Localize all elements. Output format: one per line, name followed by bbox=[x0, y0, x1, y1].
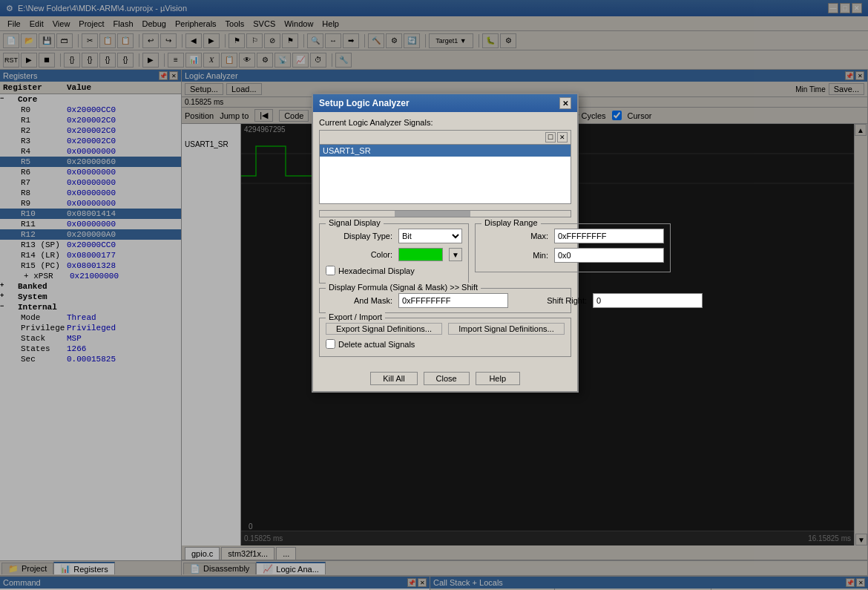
color-row: Color: ▼ bbox=[326, 248, 462, 261]
delete-signals-cb[interactable] bbox=[326, 339, 335, 349]
signal-display-group: Signal Display Display Type: Bit Hex Dec… bbox=[319, 223, 469, 288]
max-row: Max: bbox=[481, 229, 664, 243]
signal-list-icon-1[interactable]: ☐ bbox=[545, 132, 556, 142]
current-signals-label: Current Logic Analyzer Signals: bbox=[319, 118, 571, 127]
formula-group: Display Formula (Signal & Mask) >> Shift… bbox=[319, 288, 571, 313]
export-import-title: Export / Import bbox=[326, 312, 385, 321]
signal-list-box: ☐ ✕ USART1_SR bbox=[319, 130, 571, 204]
color-picker-btn[interactable]: ▼ bbox=[449, 248, 462, 261]
hex-display-cb[interactable] bbox=[326, 266, 335, 275]
setup-la-dialog: Setup Logic Analyzer ✕ Current Logic Ana… bbox=[312, 93, 579, 393]
display-type-row: Display Type: Bit Hex Decimal bbox=[326, 229, 462, 243]
display-range-title: Display Range bbox=[481, 218, 541, 227]
modal-footer: Kill All Close Help bbox=[313, 367, 577, 391]
hex-display-label: Hexadecimal Display bbox=[338, 266, 415, 275]
display-type-label: Display Type: bbox=[326, 232, 392, 240]
export-import-btns: Export Signal Definitions... Import Sign… bbox=[326, 323, 565, 335]
display-range-box: Display Range Max: Min: bbox=[475, 223, 671, 272]
and-mask-row: And Mask: bbox=[326, 293, 508, 308]
modal-title-bar: Setup Logic Analyzer ✕ bbox=[313, 94, 577, 112]
signal-list-header: ☐ ✕ bbox=[320, 131, 571, 145]
max-input[interactable] bbox=[554, 229, 664, 243]
scrollbar-thumb bbox=[395, 211, 470, 217]
modal-close-btn[interactable]: ✕ bbox=[559, 97, 571, 109]
signal-list-close[interactable]: ✕ bbox=[557, 132, 568, 142]
dialog-help-btn[interactable]: Help bbox=[476, 372, 520, 385]
formula-row: And Mask: Shift Right: bbox=[326, 293, 565, 308]
hex-display-row: Hexadecimal Display bbox=[326, 266, 462, 275]
export-import-group: Export / Import Export Signal Definition… bbox=[319, 318, 571, 357]
display-range-group: Display Range Max: Min: bbox=[475, 223, 671, 288]
max-label: Max: bbox=[481, 232, 548, 240]
signal-list-scrollbar[interactable] bbox=[319, 210, 571, 217]
color-swatch[interactable] bbox=[398, 248, 443, 261]
shift-right-label: Shift Right: bbox=[520, 296, 587, 305]
modal-body: Current Logic Analyzer Signals: ☐ ✕ USAR… bbox=[313, 112, 577, 367]
delete-signals-row: Delete actual Signals bbox=[326, 339, 565, 349]
dialog-close-btn[interactable]: Close bbox=[424, 372, 470, 385]
display-type-select[interactable]: Bit Hex Decimal bbox=[398, 229, 462, 243]
kill-all-btn[interactable]: Kill All bbox=[370, 372, 417, 385]
modal-title: Setup Logic Analyzer bbox=[319, 98, 410, 108]
import-btn[interactable]: Import Signal Definitions... bbox=[448, 323, 565, 335]
signal-list-header-icons: ☐ ✕ bbox=[545, 132, 568, 142]
color-label: Color: bbox=[326, 250, 392, 259]
and-mask-input[interactable] bbox=[398, 293, 508, 308]
dialog-columns: Signal Display Display Type: Bit Hex Dec… bbox=[319, 223, 571, 288]
export-btn[interactable]: Export Signal Definitions... bbox=[326, 323, 442, 335]
formula-title: Display Formula (Signal & Mask) >> Shift bbox=[326, 283, 481, 292]
min-input[interactable] bbox=[554, 248, 664, 263]
delete-signals-label: Delete actual Signals bbox=[338, 340, 415, 349]
signal-display-title: Signal Display bbox=[326, 218, 384, 227]
modal-overlay: Setup Logic Analyzer ✕ Current Logic Ana… bbox=[0, 0, 868, 590]
and-mask-label: And Mask: bbox=[326, 296, 392, 305]
min-label: Min: bbox=[481, 251, 548, 260]
signal-list-item-usart1[interactable]: USART1_SR bbox=[320, 145, 571, 157]
min-row: Min: bbox=[481, 248, 664, 263]
signal-display-box: Signal Display Display Type: Bit Hex Dec… bbox=[319, 223, 469, 283]
shift-right-row: Shift Right: bbox=[520, 293, 703, 308]
shift-right-input[interactable] bbox=[593, 293, 703, 308]
